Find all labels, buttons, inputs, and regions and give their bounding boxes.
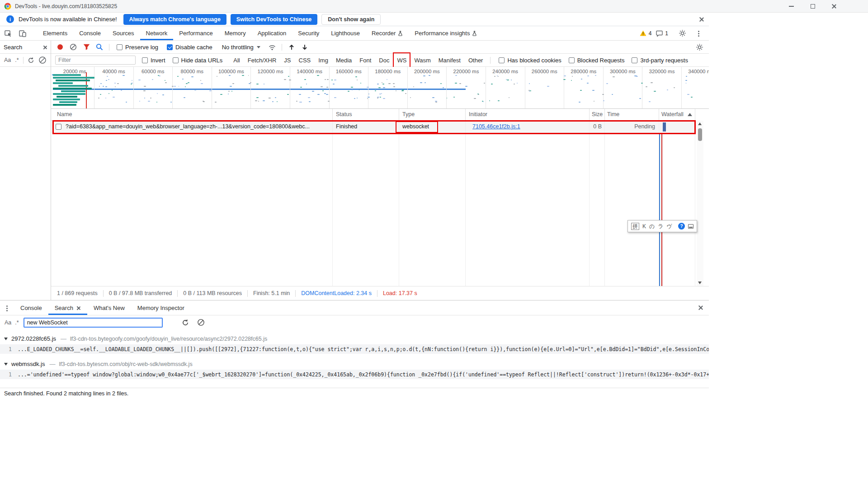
network-conditions-icon[interactable]: [266, 41, 278, 53]
clear-icon[interactable]: [38, 56, 47, 64]
request-row[interactable]: ?aid=6383&app_name=douyin_web&browser_la…: [51, 121, 695, 133]
ime-option-icon[interactable]: K: [642, 224, 646, 229]
tab-application[interactable]: Application: [252, 26, 292, 40]
disclosure-triangle-icon[interactable]: [4, 338, 8, 340]
ime-option-icon[interactable]: ラ: [658, 224, 663, 229]
has-blocked-cookies-checkbox[interactable]: [499, 57, 505, 63]
filter-type-ws[interactable]: WS: [397, 57, 406, 64]
column-header-size[interactable]: Size: [592, 111, 603, 117]
scroll-up-icon[interactable]: [698, 122, 702, 125]
result-match-row[interactable]: 1 ...E_LOADED_CHUNKS__=self.__LOADABLE_L…: [0, 344, 709, 354]
tab-console[interactable]: Console: [73, 26, 107, 40]
clear-network-log-icon[interactable]: [67, 41, 79, 53]
filter-type-other[interactable]: Other: [468, 57, 483, 64]
ime-option-icon[interactable]: ヴ: [667, 224, 672, 229]
invert-option[interactable]: Invert: [142, 57, 165, 64]
invert-checkbox[interactable]: [142, 57, 148, 63]
blocked-requests-checkbox[interactable]: [569, 57, 575, 63]
disable-cache-option[interactable]: Disable cache: [167, 44, 212, 51]
result-match-row[interactable]: 1 ...='undefined'==typeof window?global:…: [0, 370, 709, 379]
hide-data-urls-checkbox[interactable]: [173, 57, 179, 63]
tab-elements[interactable]: Elements: [37, 26, 73, 40]
third-party-requests-option[interactable]: 3rd-party requests: [632, 57, 688, 64]
drawer-tab-search[interactable]: Search: [48, 300, 87, 315]
minimize-button[interactable]: [781, 0, 802, 13]
infobar-close-icon[interactable]: [698, 16, 704, 22]
ime-keyboard-icon[interactable]: [688, 224, 693, 229]
sort-ascending-icon[interactable]: [688, 113, 692, 116]
ime-help-icon[interactable]: ?: [678, 223, 685, 230]
result-file-row[interactable]: webmssdk.js — lf3-cdn-tos.bytescm.com/ob…: [0, 359, 709, 369]
table-scrollbar[interactable]: [697, 121, 703, 286]
export-har-icon[interactable]: [299, 41, 311, 53]
close-window-button[interactable]: [823, 0, 844, 13]
drawer-tab-close-icon[interactable]: [76, 305, 81, 310]
overview-strip[interactable]: 20000 ms40000 ms60000 ms80000 ms100000 m…: [51, 67, 709, 109]
has-blocked-cookies-option[interactable]: Has blocked cookies: [499, 57, 561, 64]
filter-input[interactable]: [55, 56, 136, 65]
request-initiator-link[interactable]: 7105.46ce1f2b.js:1: [472, 123, 520, 130]
search-network-icon[interactable]: [94, 41, 105, 53]
request-row-checkbox[interactable]: [56, 124, 61, 130]
maximize-button[interactable]: [802, 0, 823, 13]
import-har-icon[interactable]: [286, 41, 297, 53]
filter-type-js[interactable]: JS: [284, 57, 291, 64]
settings-gear-icon[interactable]: [676, 28, 688, 39]
filter-type-wasm[interactable]: Wasm: [414, 57, 430, 64]
filter-type-img[interactable]: Img: [318, 57, 328, 64]
column-header-time[interactable]: Time: [607, 111, 619, 117]
device-toolbar-icon[interactable]: [16, 28, 29, 39]
throttling-dropdown[interactable]: No throttling: [222, 44, 260, 51]
column-header-name[interactable]: Name: [57, 111, 72, 117]
messages-badge[interactable]: 1: [656, 30, 668, 37]
disable-cache-checkbox[interactable]: [167, 44, 173, 50]
tab-network[interactable]: Network: [140, 26, 174, 40]
more-options-icon[interactable]: [693, 28, 704, 39]
filter-type-manifest[interactable]: Manifest: [439, 57, 461, 64]
disclosure-triangle-icon[interactable]: [4, 363, 8, 366]
tab-performance-insights[interactable]: Performance insights: [409, 26, 483, 40]
blocked-requests-option[interactable]: Blocked Requests: [569, 57, 625, 64]
preserve-log-checkbox[interactable]: [117, 44, 123, 50]
column-header-waterfall[interactable]: Waterfall: [661, 111, 684, 117]
search-pane-close-icon[interactable]: [42, 45, 47, 49]
tab-lighthouse[interactable]: Lighthouse: [325, 26, 366, 40]
result-file-row[interactable]: 2972.0228fc65.js — lf3-cdn-tos.bytegoofy…: [0, 334, 709, 343]
request-name[interactable]: ?aid=6383&app_name=douyin_web&browser_la…: [66, 123, 327, 130]
preserve-log-option[interactable]: Preserve log: [117, 44, 158, 51]
column-header-status[interactable]: Status: [336, 111, 352, 117]
filter-type-media[interactable]: Media: [336, 57, 352, 64]
record-network-log-button[interactable]: [54, 41, 66, 53]
scroll-down-icon[interactable]: [698, 282, 702, 284]
column-header-type[interactable]: Type: [402, 111, 415, 117]
drawer-search-input[interactable]: [24, 318, 163, 328]
dont-show-again-button[interactable]: Don't show again: [321, 14, 381, 25]
inspect-element-icon[interactable]: [2, 28, 14, 39]
warnings-badge[interactable]: 4: [640, 30, 652, 37]
drawer-close-icon[interactable]: [698, 305, 703, 310]
network-settings-gear-icon[interactable]: [693, 41, 705, 53]
tab-sources[interactable]: Sources: [107, 26, 140, 40]
drawer-tab-memory-inspector[interactable]: Memory Inspector: [131, 300, 191, 315]
regex-toggle[interactable]: .*: [15, 57, 19, 63]
switch-to-chinese-button[interactable]: Switch DevTools to Chinese: [231, 14, 317, 25]
tab-memory[interactable]: Memory: [219, 26, 252, 40]
filter-type-fetch-xhr[interactable]: Fetch/XHR: [248, 57, 277, 64]
match-case-toggle[interactable]: Aa: [4, 57, 11, 63]
drawer-regex-toggle[interactable]: .*: [15, 319, 19, 326]
filter-type-all[interactable]: All: [233, 57, 240, 64]
waterfall-bar[interactable]: [663, 122, 666, 131]
drawer-match-case-toggle[interactable]: Aa: [5, 319, 11, 326]
filter-type-doc[interactable]: Doc: [379, 57, 389, 64]
scrollbar-thumb[interactable]: [698, 128, 702, 141]
drawer-tab-whats-new[interactable]: What's New: [87, 300, 131, 315]
filter-type-css[interactable]: CSS: [299, 57, 311, 64]
tab-performance[interactable]: Performance: [173, 26, 218, 40]
column-header-initiator[interactable]: Initiator: [469, 111, 487, 117]
ime-option-icon[interactable]: の: [649, 224, 655, 229]
drawer-refresh-icon[interactable]: [182, 319, 189, 326]
ime-mode-icon[interactable]: 拼: [631, 223, 639, 230]
drawer-more-icon[interactable]: [6, 305, 8, 307]
refresh-icon[interactable]: [28, 57, 34, 64]
hide-data-urls-option[interactable]: Hide data URLs: [173, 57, 223, 64]
